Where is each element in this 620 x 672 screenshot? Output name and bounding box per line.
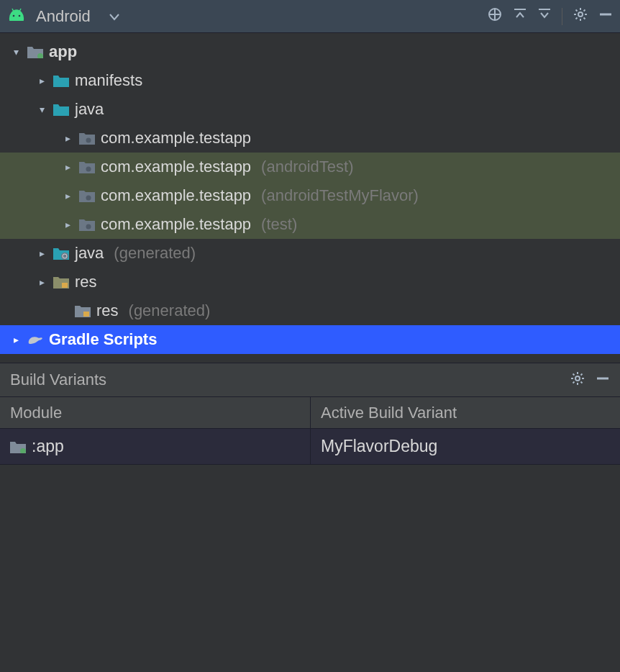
tree-item-annotation: (androidTest) [261, 158, 353, 176]
tree-item-java-generated[interactable]: ▸ java (generated) [0, 239, 620, 268]
package-icon [79, 160, 95, 173]
tree-item-package-androidtest[interactable]: ▸ com.example.testapp (androidTest) [0, 153, 620, 181]
select-opened-file-icon[interactable] [487, 6, 503, 26]
android-icon [7, 8, 26, 24]
view-title: Android [36, 7, 91, 26]
svg-point-12 [86, 196, 91, 201]
variant-name: MyFlavorDebug [321, 437, 437, 456]
tree-item-package-androidtest-flavor[interactable]: ▸ com.example.testapp (androidTestMyFlav… [0, 181, 620, 210]
build-variants-table-header: Module Active Build Variant [0, 397, 620, 429]
tree-item-label: app [49, 42, 77, 61]
hide-icon[interactable] [598, 7, 613, 25]
tree-item-package[interactable]: ▸ com.example.testapp [0, 124, 620, 153]
res-folder-icon [53, 276, 69, 289]
divider [562, 8, 562, 25]
gradle-icon [27, 333, 43, 346]
tree-item-label: res [75, 273, 97, 291]
empty-area [0, 465, 620, 672]
tree-item-label: com.example.testapp [101, 186, 251, 205]
svg-point-0 [13, 15, 15, 17]
expand-all-icon[interactable] [513, 7, 527, 25]
chevron-down-icon [109, 8, 119, 24]
column-header-variant[interactable]: Active Build Variant [311, 397, 620, 428]
tree-item-res-generated[interactable]: res (generated) [0, 296, 620, 325]
module-folder-icon [27, 45, 43, 58]
table-row[interactable]: :app MyFlavorDebug [0, 429, 620, 465]
module-cell: :app [0, 429, 311, 464]
svg-rect-15 [62, 283, 68, 288]
tree-item-label: com.example.testapp [101, 129, 251, 147]
res-folder-icon [75, 304, 91, 317]
tree-item-label: Gradle Scripts [49, 330, 157, 349]
gear-icon[interactable] [570, 371, 585, 390]
chevron-right-icon: ▸ [62, 219, 73, 230]
tree-item-package-test[interactable]: ▸ com.example.testapp (test) [0, 210, 620, 239]
tree-item-annotation: (test) [261, 215, 297, 234]
variant-cell[interactable]: MyFlavorDebug [311, 429, 620, 464]
chevron-down-icon: ▾ [36, 104, 47, 115]
tree-item-annotation: (generated) [129, 301, 211, 320]
chevron-right-icon: ▸ [10, 334, 22, 345]
tree-item-gradle-scripts[interactable]: ▸ Gradle Scripts [0, 325, 620, 354]
module-name: :app [32, 437, 64, 456]
tree-item-res[interactable]: ▸ res [0, 268, 620, 296]
chevron-down-icon: ▾ [10, 46, 22, 58]
tree-item-app[interactable]: ▾ app [0, 37, 620, 66]
package-icon [79, 189, 95, 202]
column-header-module[interactable]: Module [0, 397, 311, 428]
svg-point-10 [86, 138, 91, 143]
tree-item-java[interactable]: ▾ java [0, 95, 620, 124]
chevron-right-icon: ▸ [62, 190, 73, 201]
svg-point-13 [86, 224, 91, 230]
tree-item-label: com.example.testapp [101, 215, 251, 234]
module-folder-icon [10, 440, 26, 453]
svg-point-1 [19, 15, 21, 17]
chevron-right-icon: ▸ [36, 248, 47, 259]
tree-item-label: java [75, 100, 104, 119]
svg-point-7 [578, 12, 583, 17]
chevron-right-icon: ▸ [36, 276, 47, 288]
build-variants-header: Build Variants [0, 363, 620, 397]
project-tree: ▾ app ▸ manifests ▾ java [0, 33, 620, 363]
chevron-right-icon: ▸ [62, 132, 73, 144]
chevron-right-icon: ▸ [36, 75, 47, 86]
tree-item-label: res [96, 301, 119, 320]
package-icon [79, 132, 95, 145]
tree-item-annotation: (generated) [114, 244, 196, 263]
tree-item-manifests[interactable]: ▸ manifests [0, 66, 620, 95]
folder-icon [53, 103, 69, 116]
package-icon [79, 218, 95, 231]
tree-item-label: manifests [75, 71, 142, 90]
folder-icon [53, 74, 69, 87]
project-view-toolbar: Android [0, 0, 620, 33]
tree-item-label: com.example.testapp [101, 158, 251, 176]
tree-item-annotation: (androidTestMyFlavor) [261, 186, 419, 205]
panel-title: Build Variants [10, 371, 106, 389]
gear-icon[interactable] [573, 6, 588, 26]
chevron-right-icon: ▸ [62, 161, 73, 173]
tree-item-label: java [75, 244, 104, 263]
collapse-all-icon[interactable] [537, 7, 552, 25]
svg-point-11 [86, 167, 91, 172]
generated-folder-icon [53, 247, 69, 260]
hide-icon[interactable] [596, 371, 610, 389]
svg-point-17 [575, 376, 580, 381]
svg-rect-16 [83, 312, 89, 317]
view-selector[interactable]: Android [7, 7, 119, 26]
